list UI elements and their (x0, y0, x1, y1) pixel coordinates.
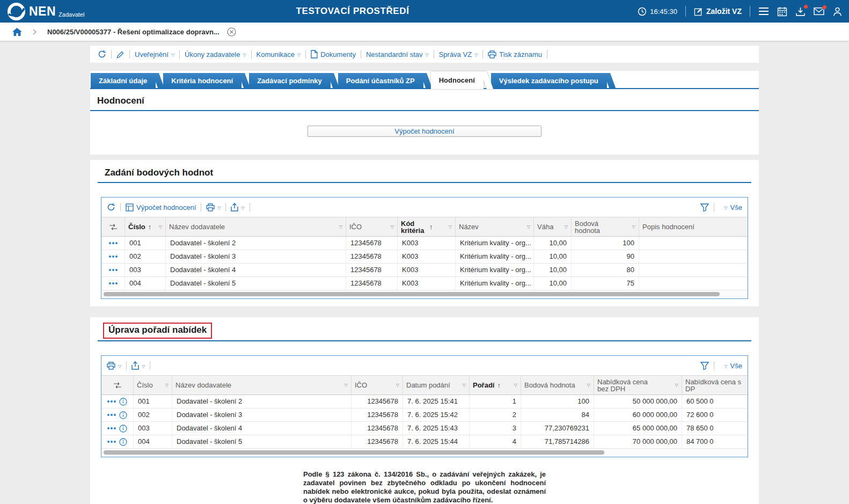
table-row[interactable]: 001 Dodavatel - školení 2 12345678 K003 … (101, 237, 748, 250)
table-row[interactable]: 001 Dodavatel - školení 2 12345678 7. 6.… (101, 395, 748, 408)
tab-vysledek-postupu[interactable]: Výsledek zadávacího postupu (491, 73, 607, 88)
row-menu-icon[interactable] (107, 414, 116, 416)
toolbar-separator (714, 361, 714, 370)
section-title-bodove: Zadání bodových hodnot (98, 161, 220, 182)
nen-logo[interactable]: NEN Zadavatel (8, 3, 84, 20)
row-menu-icon[interactable] (107, 427, 116, 429)
create-vz-button[interactable]: Založit VZ (694, 7, 742, 16)
table-row[interactable]: 002 Dodavatel - školení 3 12345678 7. 6.… (101, 408, 748, 422)
tab-hodnoceni[interactable]: Hodnocení (431, 71, 484, 89)
export-grid-button[interactable]: ▽ (231, 203, 244, 211)
row-menu-icon[interactable] (107, 400, 116, 403)
column-filter-icon[interactable]: ▽ (337, 224, 342, 229)
tab-zakladni-udaje[interactable]: Základní údaje (91, 73, 156, 88)
info-icon[interactable] (119, 398, 127, 406)
column-header-bodova[interactable]: Bodová hodnota ▽ (572, 217, 639, 236)
history-icon[interactable] (98, 50, 106, 59)
horizontal-scroll-track (101, 449, 748, 457)
filter-icon[interactable] (700, 203, 709, 211)
column-filter-icon[interactable]: ▽ (673, 383, 678, 388)
filter-vse-dropdown[interactable]: ▽ Vše (724, 362, 742, 370)
print-grid-button[interactable]: ▽ (206, 203, 221, 211)
column-filter-icon[interactable]: ▽ (389, 224, 394, 229)
calculation-icon (126, 203, 134, 211)
column-filter-icon[interactable]: ▽ (447, 224, 452, 229)
menu-tisk-zaznamu[interactable]: Tisk záznamu (488, 50, 542, 59)
column-header-vaha[interactable]: Váha ▽ (534, 217, 572, 236)
row-menu-icon[interactable] (109, 282, 118, 284)
column-filter-icon[interactable]: ▽ (394, 383, 399, 388)
close-record-icon[interactable] (227, 27, 236, 36)
column-header-cena-s-dph[interactable]: Nabídková cena s DP (682, 376, 748, 395)
column-settings[interactable] (101, 217, 125, 236)
column-header-datum[interactable]: Datum podání ▽ (403, 376, 470, 395)
table-row[interactable]: 004 Dodavatel - školení 5 12345678 K003 … (101, 277, 748, 290)
menu-komunikace[interactable]: Komunikace ▽ (257, 50, 301, 59)
row-menu-icon[interactable] (109, 242, 118, 244)
horizontal-scrollbar[interactable] (104, 292, 720, 296)
column-filter-icon[interactable]: ▽ (342, 383, 348, 388)
vypocet-hodnoceni-button[interactable]: Výpočet hodnocení (308, 126, 541, 137)
dropdown-icon: ▽ (426, 53, 429, 57)
menu-nestandardni-stav[interactable]: Nestandardní stav ▽ (366, 50, 429, 59)
tab-kriteria-hodnoceni[interactable]: Kritéria hodnocení (163, 73, 241, 88)
export-grid-button[interactable]: ▽ (131, 361, 145, 370)
menu-sprava-vz[interactable]: Správa VZ ▽ (439, 50, 478, 59)
column-header-dodavatel[interactable]: Název dodavatele ▽ (166, 217, 346, 236)
info-icon[interactable] (119, 438, 127, 446)
edit-icon[interactable] (116, 50, 125, 59)
dropdown-icon: ▽ (142, 364, 145, 369)
menu-ukony-zadavatele[interactable]: Úkony zadavatele ▽ (185, 50, 246, 59)
column-header-poradi[interactable]: Pořadí ↑ ▽ (470, 376, 521, 395)
menu-dokumenty[interactable]: Dokumenty (311, 50, 356, 59)
column-filter-icon[interactable]: ▽ (585, 383, 590, 388)
horizontal-scrollbar[interactable] (104, 450, 604, 455)
vypocet-button-row: Výpočet hodnocení (90, 111, 759, 155)
column-filter-icon[interactable]: ▽ (562, 224, 568, 229)
column-header-ico[interactable]: IČO ▽ (352, 376, 403, 395)
row-menu-icon[interactable] (109, 269, 118, 271)
row-menu-icon[interactable] (109, 255, 118, 258)
row-menu-icon[interactable] (107, 441, 116, 443)
info-icon[interactable] (119, 411, 127, 419)
vypocet-hodnoceni-link[interactable]: Výpočet hodnocení (126, 203, 196, 211)
column-filter-icon[interactable]: ▽ (460, 383, 466, 388)
column-header-cislo[interactable]: Číslo ↑ ▽ (125, 217, 166, 236)
messages-icon[interactable] (814, 7, 824, 16)
column-settings[interactable] (101, 376, 134, 395)
downloads-icon[interactable] (795, 6, 806, 17)
column-header-dodavatel[interactable]: Název dodavatele ▽ (172, 376, 352, 395)
column-header-cena-bez-dph[interactable]: Nabídková cena bez DPH ▽ (594, 376, 682, 395)
calendar-icon[interactable] (777, 6, 787, 17)
menu-icon[interactable] (758, 7, 769, 16)
table-row[interactable]: 004 Dodavatel - školení 5 12345678 7. 6.… (101, 435, 748, 449)
menu-uverejneni[interactable]: Uveřejnění ▽ (135, 50, 174, 59)
table-row[interactable]: 003 Dodavatel - školení 4 12345678 7. 6.… (101, 422, 748, 435)
home-icon[interactable] (12, 27, 22, 36)
user-icon[interactable] (832, 6, 843, 17)
column-label: Pořadí (473, 382, 494, 389)
filter-icon[interactable] (700, 362, 709, 370)
column-filter-icon[interactable]: ▽ (163, 383, 169, 388)
column-filter-icon[interactable]: ▽ (512, 383, 517, 388)
breadcrumb-record[interactable]: N006/25/V00005377 - Řešení optimalizace … (47, 28, 219, 36)
tab-zadavaci-podminky[interactable]: Zadávací podmínky (249, 73, 331, 88)
column-filter-icon[interactable]: ▽ (525, 224, 530, 229)
info-icon[interactable] (119, 425, 127, 433)
filter-vse-dropdown[interactable]: ▽ Vše (724, 203, 742, 211)
cell-bodova: 75 (572, 277, 639, 290)
column-header-cislo[interactable]: Číslo ▽ (134, 376, 172, 395)
column-header-nazev[interactable]: Název ▽ (456, 217, 534, 236)
column-header-popis[interactable]: Popis hodnocení (639, 217, 748, 236)
column-header-kod-kriteria[interactable]: Kód kritéria ↑ ▽ (398, 217, 456, 236)
column-header-bodova[interactable]: Bodová hodnota ▽ (521, 376, 594, 395)
column-filter-icon[interactable]: ▽ (157, 224, 162, 229)
column-filter-icon[interactable]: ▽ (630, 224, 635, 229)
column-header-ico[interactable]: IČO ▽ (346, 217, 398, 236)
cell-bodova: 90 (572, 250, 639, 263)
refresh-icon[interactable] (107, 203, 115, 211)
table-row[interactable]: 003 Dodavatel - školení 4 12345678 K003 … (101, 264, 748, 277)
table-row[interactable]: 002 Dodavatel - školení 3 12345678 K003 … (101, 250, 748, 264)
print-grid-button[interactable]: ▽ (107, 362, 121, 370)
tab-podani-ucastniku[interactable]: Podání účastníků ZP (338, 73, 423, 88)
